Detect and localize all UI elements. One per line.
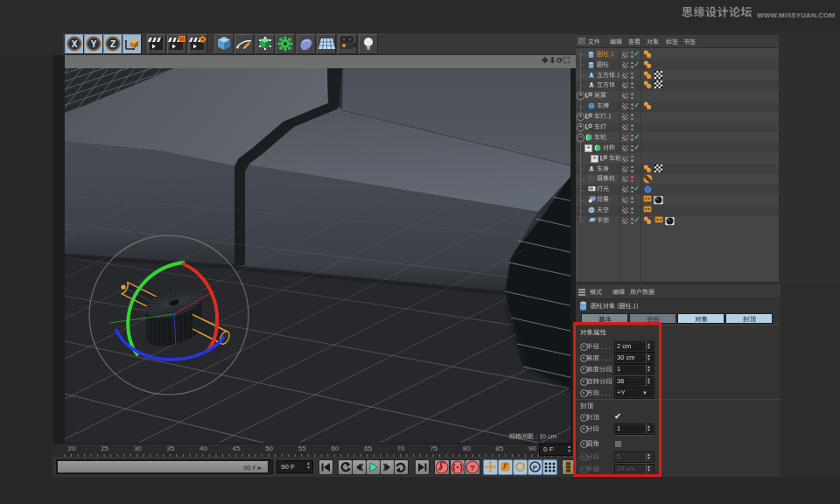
svg-text:Z: Z [110, 39, 116, 49]
svg-text:?: ? [470, 463, 475, 472]
svg-text:P: P [533, 464, 538, 472]
svg-text:X: X [72, 39, 78, 49]
svg-text:Y: Y [91, 39, 97, 49]
